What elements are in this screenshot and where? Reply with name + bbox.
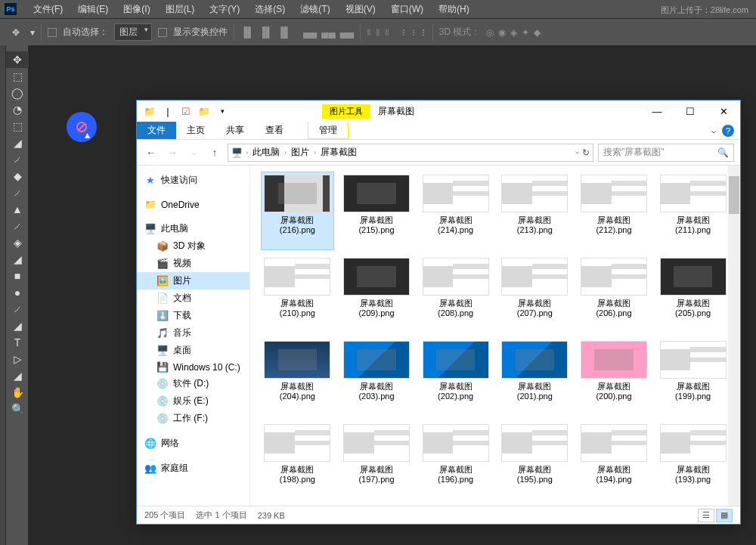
file-item[interactable]: 屏幕截图 (215).png — [340, 172, 414, 250]
ps-tool[interactable]: ✥ — [6, 51, 29, 68]
file-item[interactable]: 屏幕截图 (212).png — [578, 172, 651, 250]
ps-tool[interactable]: ⬚ — [6, 118, 29, 135]
properties-icon[interactable]: ☑ — [178, 103, 194, 119]
explorer-titlebar[interactable]: 📁 | ☑ 📁 ▾ 图片工具 屏幕截图 — ☐ ✕ — [137, 101, 740, 122]
file-item[interactable]: 屏幕截图 (211).png — [656, 172, 730, 250]
sidebar-item-this-pc[interactable]: 🖥️此电脑 — [137, 220, 249, 237]
ps-tool[interactable]: ◆ — [6, 168, 29, 184]
file-item[interactable]: 屏幕截图 (209).png — [340, 255, 414, 333]
ps-menu-item[interactable]: 编辑(E) — [70, 3, 116, 16]
explorer-content[interactable]: 屏幕截图 (216).png屏幕截图 (215).png屏幕截图 (214).p… — [250, 166, 740, 506]
refresh-icon[interactable]: ↻ — [582, 147, 590, 158]
file-item[interactable]: 屏幕截图 (206).png — [578, 255, 651, 333]
dropdown-icon[interactable]: ▾ — [30, 27, 35, 38]
ribbon-tab-view[interactable]: 查看 — [255, 122, 294, 139]
ps-tool[interactable]: ● — [6, 284, 29, 301]
show-transform-checkbox[interactable] — [158, 28, 167, 37]
ps-tool[interactable]: 🔍 — [6, 401, 29, 417]
sidebar-item[interactable]: 🎵音乐 — [137, 324, 249, 342]
close-button[interactable]: ✕ — [707, 101, 740, 122]
scrollbar-thumb[interactable] — [729, 176, 739, 214]
sidebar-item[interactable]: 💾Windows 10 (C:) — [137, 359, 249, 375]
ps-tool[interactable]: ▷ — [6, 351, 29, 367]
file-item[interactable]: 屏幕截图 (200).png — [578, 338, 651, 416]
ps-menu-item[interactable]: 视图(V) — [338, 3, 383, 16]
ps-tool[interactable]: T — [6, 334, 29, 351]
sidebar-item[interactable]: 💿娱乐 (E:) — [137, 392, 249, 410]
expand-ribbon-icon[interactable]: ⌵ — [711, 126, 716, 135]
sidebar-item-quick-access[interactable]: ★快速访问 — [137, 172, 249, 189]
up-button[interactable]: ↑ — [206, 144, 223, 161]
address-bar[interactable]: 🖥️ › 此电脑 › 图片 › 屏幕截图 ⌵ ↻ — [228, 144, 593, 162]
ps-menu-item[interactable]: 帮助(H) — [431, 3, 477, 16]
ribbon-tab-home[interactable]: 主页 — [176, 122, 215, 139]
maximize-button[interactable]: ☐ — [674, 101, 707, 122]
file-item[interactable]: 屏幕截图 (216).png — [261, 172, 334, 250]
ribbon-tab-file[interactable]: 文件 — [137, 122, 176, 139]
sidebar-item[interactable]: ⬇️下载 — [137, 307, 249, 324]
new-folder-icon[interactable]: 📁 — [196, 103, 212, 119]
file-item[interactable]: 屏幕截图 (198).png — [261, 421, 334, 500]
sidebar-item-network[interactable]: 🌐网络 — [137, 435, 249, 452]
file-item[interactable]: 屏幕截图 (196).png — [419, 421, 492, 500]
ps-tool[interactable]: ■ — [6, 268, 29, 284]
file-item[interactable]: 屏幕截图 (207).png — [498, 255, 572, 333]
ps-tool[interactable]: ✋ — [6, 384, 29, 401]
file-item[interactable]: 屏幕截图 (203).png — [340, 338, 414, 416]
ps-menu-item[interactable]: 窗口(W) — [383, 3, 431, 16]
ps-menu-item[interactable]: 选择(S) — [247, 3, 293, 16]
ps-tool[interactable]: ◢ — [6, 317, 29, 334]
chevron-right-icon[interactable]: › — [243, 149, 251, 156]
file-item[interactable]: 屏幕截图 (205).png — [656, 255, 730, 333]
qat-dropdown-icon[interactable]: ▾ — [214, 103, 231, 119]
ps-tool[interactable]: ◢ — [6, 367, 29, 384]
help-icon[interactable]: ? — [722, 125, 734, 137]
sidebar-item[interactable]: 💿软件 (D:) — [137, 375, 249, 392]
ps-tool[interactable]: ⬚ — [6, 68, 29, 85]
ps-tool[interactable]: ◯ — [6, 85, 29, 101]
sidebar-item[interactable]: 🖼️图片 — [137, 272, 249, 290]
ps-menu-item[interactable]: 文件(F) — [26, 3, 70, 16]
breadcrumb[interactable]: 屏幕截图 — [319, 146, 358, 159]
search-box[interactable]: 搜索"屏幕截图" 🔍 — [598, 144, 734, 162]
file-item[interactable]: 屏幕截图 (197).png — [340, 421, 414, 500]
file-item[interactable]: 屏幕截图 (199).png — [656, 338, 730, 416]
ribbon-tab-share[interactable]: 共享 — [215, 122, 255, 139]
sidebar-item[interactable]: 💿工作 (F:) — [137, 410, 249, 427]
file-item[interactable]: 屏幕截图 (213).png — [498, 172, 572, 250]
auto-select-checkbox[interactable] — [48, 28, 57, 37]
recent-dropdown-icon[interactable]: ⌵ — [185, 144, 202, 161]
sidebar-item[interactable]: 📦3D 对象 — [137, 237, 249, 255]
sidebar-item[interactable]: 🎬视频 — [137, 255, 249, 272]
file-item[interactable]: 屏幕截图 (208).png — [419, 255, 492, 333]
address-dropdown-icon[interactable]: ⌵ — [575, 147, 579, 158]
minimize-button[interactable]: — — [640, 101, 674, 122]
view-details-button[interactable]: ☰ — [698, 509, 714, 522]
chevron-right-icon[interactable]: › — [311, 149, 319, 156]
sidebar-item[interactable]: 🖥️桌面 — [137, 342, 249, 359]
ps-tool[interactable]: ⟋ — [6, 301, 29, 317]
forward-button[interactable]: → — [164, 144, 181, 161]
file-item[interactable]: 屏幕截图 (214).png — [419, 172, 492, 250]
layer-dropdown[interactable]: 图层 — [114, 23, 152, 41]
ps-tool[interactable]: ◢ — [6, 135, 29, 151]
ps-tool[interactable]: ⟋ — [6, 151, 29, 168]
file-item[interactable]: 屏幕截图 (195).png — [498, 421, 572, 500]
ps-tool[interactable]: ◈ — [6, 234, 29, 251]
ps-tool[interactable]: ⟋ — [6, 218, 29, 234]
breadcrumb[interactable]: 此电脑 — [251, 146, 281, 159]
ps-tool[interactable]: ⟋ — [6, 184, 29, 201]
file-item[interactable]: 屏幕截图 (194).png — [578, 421, 651, 500]
ps-menu-item[interactable]: 图层(L) — [158, 3, 203, 16]
ps-menu-item[interactable]: 文字(Y) — [202, 3, 247, 16]
sidebar-item[interactable]: 📄文档 — [137, 290, 249, 307]
file-item[interactable]: 屏幕截图 (201).png — [498, 338, 572, 416]
back-button[interactable]: ← — [143, 144, 160, 161]
file-item[interactable]: 屏幕截图 (210).png — [261, 255, 334, 333]
chevron-right-icon[interactable]: › — [281, 149, 290, 156]
file-item[interactable]: 屏幕截图 (204).png — [261, 338, 334, 416]
ps-tool[interactable]: ◢ — [6, 251, 29, 268]
breadcrumb[interactable]: 图片 — [290, 146, 311, 159]
sidebar-item-onedrive[interactable]: 📁OneDrive — [137, 197, 249, 212]
scrollbar[interactable] — [728, 166, 740, 506]
